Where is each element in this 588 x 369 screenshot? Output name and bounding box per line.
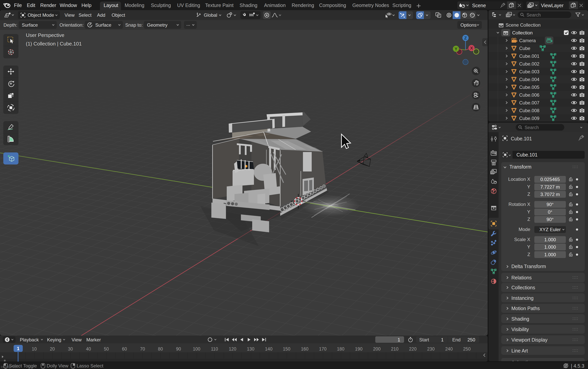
svg-text:Y: Y bbox=[455, 46, 457, 51]
svg-text:X: X bbox=[470, 46, 473, 51]
svg-text:Z: Z bbox=[464, 36, 467, 41]
